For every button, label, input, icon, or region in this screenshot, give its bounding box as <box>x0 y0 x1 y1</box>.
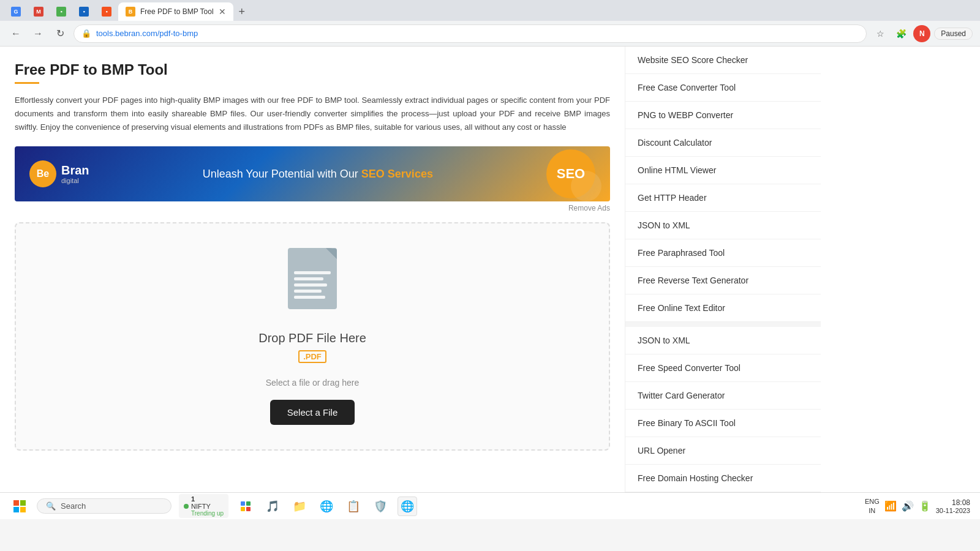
drag-text: Select a file or drag here <box>28 378 597 388</box>
tab-inactive-4[interactable]: ▪ <box>73 2 95 21</box>
profile-button[interactable]: N <box>913 25 930 42</box>
tab-inactive-5[interactable]: ▪ <box>96 2 118 21</box>
tab-favicon: B <box>126 7 135 17</box>
tab-inactive-1[interactable]: G <box>5 2 27 21</box>
sidebar-item-http-header[interactable]: Get HTTP Header <box>625 184 821 212</box>
sidebar-item-paraphrase[interactable]: Free Paraphrased Tool <box>625 239 821 267</box>
star-icon[interactable]: ☆ <box>872 25 889 42</box>
taskbar-app-5[interactable]: 📋 <box>344 497 363 516</box>
taskbar-search[interactable]: 🔍 Search <box>37 498 172 514</box>
pdf-badge: .PDF <box>298 350 326 363</box>
ad-decoration <box>571 171 601 201</box>
tab-inactive-2[interactable]: M <box>28 2 50 21</box>
ad-logo: Be Bran digital <box>29 160 89 187</box>
taskbar-app-1[interactable] <box>236 497 255 516</box>
taskbar-app-2[interactable]: 🎵 <box>263 497 282 516</box>
svg-rect-7 <box>246 507 251 511</box>
file-line-1 <box>294 271 331 274</box>
taskbar-app-6[interactable]: 🛡️ <box>371 497 390 516</box>
svg-rect-1 <box>20 500 26 506</box>
page-title: Free PDF to BMP Tool <box>15 61 610 78</box>
reload-button[interactable]: ↻ <box>51 25 69 42</box>
ad-seo-area: SEO <box>546 149 595 198</box>
title-underline <box>15 82 39 84</box>
sidebar-item-website-seo[interactable]: Website SEO Score Checker <box>625 47 821 74</box>
taskbar: 🔍 Search 1 NIFTY Trending up 🎵 📁 🌐 📋 🛡️ … <box>0 492 980 519</box>
taskbar-search-label: Search <box>61 501 86 511</box>
sidebar-item-binary-ascii[interactable]: Free Binary To ASCII Tool <box>625 410 821 437</box>
tab-inactive-3[interactable]: ▪ <box>50 2 72 21</box>
forward-button[interactable]: → <box>29 25 47 42</box>
paused-label: Paused <box>941 29 966 38</box>
drop-text: Drop PDF File Here <box>28 331 597 345</box>
sidebar-item-url-opener[interactable]: URL Opener <box>625 437 821 465</box>
ad-tagline: Unleash Your Potential with Our SEO Serv… <box>102 168 534 181</box>
nifty-trend: Trending up <box>191 510 224 517</box>
sidebar-item-domain-hosting[interactable]: Free Domain Hosting Checker <box>625 465 821 492</box>
volume-icon: 🔊 <box>902 500 914 512</box>
taskbar-indicators: ENGIN 📶 🔊 🔋 <box>865 497 931 515</box>
nifty-dot <box>184 504 189 509</box>
address-bar[interactable]: 🔒 tools.bebran.com/pdf-to-bmp <box>74 24 867 43</box>
sidebar-item-json-xml-1[interactable]: JSON to XML <box>625 212 821 239</box>
ad-tagline-highlight: SEO Services <box>361 168 433 180</box>
select-file-button[interactable]: Select a File <box>270 400 355 425</box>
extensions-icon[interactable]: 🧩 <box>892 25 910 42</box>
file-line-5 <box>294 296 325 299</box>
page-description: Effortlessly convert your PDF pages into… <box>15 94 610 134</box>
sidebar-item-case-converter[interactable]: Free Case Converter Tool <box>625 74 821 102</box>
sidebar-item-html-viewer[interactable]: Online HTML Viewer <box>625 157 821 184</box>
nifty-number: 1 <box>191 495 224 503</box>
sidebar-item-reverse-text[interactable]: Free Reverse Text Generator <box>625 267 821 294</box>
taskbar-time-value: 18:08 <box>936 498 970 507</box>
url-text: tools.bebran.com/pdf-to-bmp <box>96 29 859 38</box>
taskbar-date-value: 30-11-2023 <box>936 507 970 514</box>
nifty-badge[interactable]: 1 NIFTY Trending up <box>179 494 228 518</box>
profile-avatar: N <box>913 25 930 42</box>
ad-logo-icon: Be <box>29 160 56 187</box>
taskbar-search-icon: 🔍 <box>46 501 56 511</box>
sidebar-item-twitter-card[interactable]: Twitter Card Generator <box>625 382 821 410</box>
ad-logo-sub: digital <box>61 177 89 184</box>
lock-icon: 🔒 <box>81 29 91 38</box>
svg-rect-4 <box>241 501 245 506</box>
wifi-icon: 📶 <box>884 500 897 512</box>
svg-rect-6 <box>241 507 245 511</box>
paused-button[interactable]: Paused <box>934 28 973 40</box>
svg-rect-2 <box>13 507 19 512</box>
file-line-3 <box>294 283 327 287</box>
sidebar-section-1: Website SEO Score Checker Free Case Conv… <box>625 47 821 322</box>
file-icon-body <box>288 248 337 309</box>
file-line-2 <box>294 277 323 280</box>
file-icon-fold <box>326 248 337 259</box>
ad-logo-main: Bran <box>61 163 89 177</box>
ad-banner: Be Bran digital Unleash Your Potential w… <box>15 146 610 201</box>
remove-ads-button[interactable]: Remove Ads <box>15 204 610 212</box>
sidebar-item-json-xml-2[interactable]: JSON to XML <box>625 327 821 354</box>
page-wrapper: Free PDF to BMP Tool Effortlessly conver… <box>0 47 980 492</box>
sidebar-item-text-editor[interactable]: Free Online Text Editor <box>625 294 821 322</box>
taskbar-browser-icon[interactable]: 🌐 <box>398 497 417 516</box>
active-tab[interactable]: B Free PDF to BMP Tool ✕ <box>118 2 233 21</box>
taskbar-right: ENGIN 📶 🔊 🔋 18:08 30-11-2023 <box>865 497 970 515</box>
file-line-4 <box>294 290 322 293</box>
svg-rect-5 <box>246 501 251 506</box>
main-content: Free PDF to BMP Tool Effortlessly conver… <box>0 47 625 492</box>
sidebar-item-discount-calc[interactable]: Discount Calculator <box>625 129 821 157</box>
back-button[interactable]: ← <box>7 25 24 42</box>
nifty-info: 1 NIFTY Trending up <box>191 495 224 517</box>
taskbar-app-3[interactable]: 📁 <box>290 497 309 516</box>
tab-new-button[interactable]: + <box>234 2 251 21</box>
windows-start-button[interactable] <box>10 497 29 516</box>
browser-toolbar: ← → ↻ 🔒 tools.bebran.com/pdf-to-bmp ☆ 🧩 … <box>0 21 980 47</box>
tab-close-button[interactable]: ✕ <box>219 7 226 17</box>
sidebar-item-png-webp[interactable]: PNG to WEBP Converter <box>625 102 821 129</box>
file-icon-lines <box>294 271 331 302</box>
file-icon <box>282 248 343 321</box>
nifty-label: NIFTY <box>191 503 224 510</box>
battery-icon: 🔋 <box>919 500 931 512</box>
sidebar-item-speed-converter[interactable]: Free Speed Converter Tool <box>625 354 821 382</box>
taskbar-app-4[interactable]: 🌐 <box>317 497 336 516</box>
language-indicator: ENGIN <box>865 497 880 515</box>
upload-area[interactable]: Drop PDF File Here .PDF Select a file or… <box>15 222 610 451</box>
